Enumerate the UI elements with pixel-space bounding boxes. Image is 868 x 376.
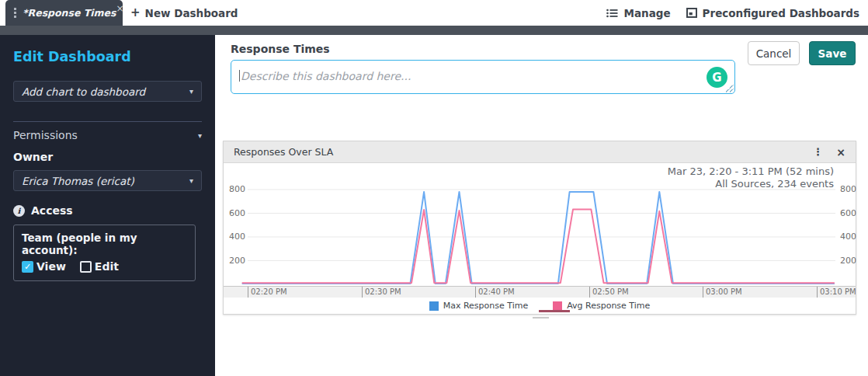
add-chart-dropdown-value: Add chart to dashboard: [22, 85, 145, 98]
line-chart-plot[interactable]: [241, 168, 835, 285]
x-axis-tick-label: 02:20 PM: [251, 287, 287, 296]
legend-item: Max Response Time: [429, 301, 528, 311]
chart-panel-title: Responses Over SLA: [234, 146, 333, 158]
save-button[interactable]: Save: [809, 41, 856, 65]
chart-panel-header[interactable]: Responses Over SLA ⋮ ×: [224, 141, 856, 163]
grammarly-icon[interactable]: G: [707, 67, 727, 88]
manage-button[interactable]: Manage: [606, 7, 670, 19]
manage-label: Manage: [623, 7, 670, 19]
x-axis-tick-label: 03:00 PM: [706, 287, 742, 296]
edit-dashboard-sidebar: Edit Dashboard Add chart to dashboard ▾ …: [0, 35, 215, 376]
sidebar-divider: [13, 121, 202, 122]
access-section: i Access: [13, 204, 202, 217]
panel-resize-handle[interactable]: [533, 317, 549, 319]
access-label: Access: [31, 204, 73, 217]
tab-grip-icon[interactable]: [14, 8, 16, 18]
toolbar-strip: [0, 26, 868, 35]
x-axis-tick-label: 02:40 PM: [478, 287, 515, 296]
tab-label: *Response Times: [23, 7, 116, 19]
kebab-menu-icon[interactable]: ⋮: [813, 146, 823, 158]
y-axis-tick-label: 400: [837, 232, 863, 242]
permissions-section-toggle[interactable]: Permissions ▾: [13, 129, 202, 141]
x-axis-tick: [589, 287, 590, 298]
legend-swatch: [429, 301, 439, 311]
x-axis-tick: [475, 287, 476, 298]
new-dashboard-button[interactable]: + New Dashboard: [130, 0, 238, 26]
top-navigation-bar: *Response Times × + New Dashboard Manage…: [0, 0, 868, 26]
x-axis-tick-label: 02:50 PM: [592, 287, 629, 296]
y-axis-right: 200400600800: [837, 141, 863, 289]
chevron-down-icon: ▾: [189, 176, 193, 185]
x-axis-band[interactable]: 02:20 PM02:30 PM02:40 PM02:50 PM03:00 PM…: [224, 286, 856, 298]
info-icon: i: [13, 205, 25, 217]
edit-checkbox[interactable]: [80, 261, 92, 273]
topbar-actions: Manage Preconfigured Dashboards: [606, 0, 859, 26]
owner-label: Owner: [13, 151, 202, 163]
y-axis-tick-label: 600: [224, 208, 245, 218]
list-icon: [606, 9, 618, 18]
chart-panel: Responses Over SLA ⋮ × Mar 23, 2:20 - 3:…: [223, 141, 856, 315]
legend-swatch: [553, 301, 562, 311]
textarea-resize-handle[interactable]: [726, 85, 734, 92]
cancel-button[interactable]: Cancel: [748, 41, 800, 65]
preconfigured-dashboards-label: Preconfigured Dashboards: [703, 7, 859, 19]
text-cursor: [239, 70, 240, 82]
team-label: Team (people in my account):: [22, 232, 187, 256]
x-axis-tick-label: 02:30 PM: [365, 287, 401, 296]
owner-dropdown-value: Erica Thomas (ericat): [22, 175, 134, 187]
chevron-down-icon: ▾: [189, 87, 193, 96]
y-axis-tick-label: 600: [837, 208, 863, 218]
tab-close-icon[interactable]: ×: [116, 4, 124, 13]
y-axis-tick-label: 400: [224, 232, 245, 242]
y-axis-tick-label: 200: [224, 256, 245, 266]
team-checkbox-row: View Edit: [22, 260, 187, 273]
y-axis-tick-label: 200: [837, 256, 863, 266]
legend-label: Avg Response Time: [567, 301, 650, 311]
dashboard-window-icon: [686, 8, 697, 18]
x-axis-tick: [362, 287, 363, 298]
y-axis-left: 200400600800: [224, 141, 245, 289]
x-axis-tick: [703, 287, 703, 298]
edit-checkbox-pair[interactable]: Edit: [80, 260, 119, 273]
legend-label: Max Response Time: [443, 301, 528, 311]
description-input[interactable]: Describe this dashboard here... G: [231, 60, 735, 94]
view-checkbox[interactable]: [22, 261, 33, 273]
edit-checkbox-label: Edit: [95, 260, 119, 273]
view-checkbox-label: View: [36, 260, 66, 273]
x-axis-tick: [817, 287, 818, 298]
x-axis-tick: [248, 287, 248, 298]
dashboard-tab[interactable]: *Response Times ×: [5, 0, 123, 26]
x-axis-tick-label: 03:10 PM: [820, 287, 856, 296]
team-permissions-box: Team (people in my account): View Edit: [13, 225, 196, 281]
new-dashboard-label: New Dashboard: [145, 7, 238, 19]
view-checkbox-pair[interactable]: View: [22, 260, 66, 273]
add-chart-dropdown[interactable]: Add chart to dashboard ▾: [13, 81, 202, 102]
chevron-down-icon: ▾: [198, 131, 202, 140]
plus-icon: +: [130, 7, 141, 19]
chart-scroll-indicator[interactable]: [539, 310, 570, 312]
y-axis-tick-label: 800: [837, 184, 863, 194]
owner-dropdown[interactable]: Erica Thomas (ericat) ▾: [13, 170, 202, 191]
description-placeholder: Describe this dashboard here...: [241, 70, 411, 82]
permissions-label: Permissions: [13, 129, 78, 141]
y-axis-tick-label: 800: [224, 184, 245, 194]
dashboard-title: Response Times: [231, 43, 330, 55]
sidebar-title: Edit Dashboard: [13, 49, 202, 64]
preconfigured-dashboards-button[interactable]: Preconfigured Dashboards: [686, 7, 859, 19]
